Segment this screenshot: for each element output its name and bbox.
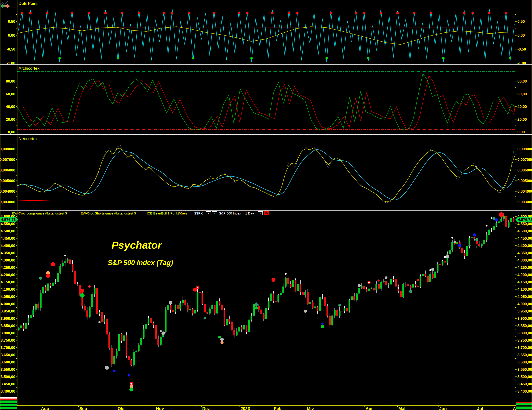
svg-text:4.000,00: 4.000,00 bbox=[517, 302, 532, 306]
candle-wicks bbox=[19, 213, 514, 368]
svg-text:-0,50: -0,50 bbox=[7, 47, 15, 51]
time-axis: AugSepOktNovDez2023FebMrzAprMaiJunJulAug bbox=[0, 406, 532, 410]
svg-text:0,005000: 0,005000 bbox=[0, 179, 15, 183]
study-label-shortsignale[interactable]: EW-Croc Shortsignale Abstandstest 3 bbox=[81, 211, 136, 215]
svg-text:2023: 2023 bbox=[241, 406, 250, 410]
svg-text:0,004000: 0,004000 bbox=[517, 189, 532, 194]
svg-text:3.950,00: 3.950,00 bbox=[517, 309, 532, 313]
svg-text:0,006000: 0,006000 bbox=[517, 168, 532, 172]
svg-text:Mai: Mai bbox=[399, 406, 406, 410]
svg-text:0,003000: 0,003000 bbox=[517, 200, 532, 204]
collapsed-subpanel-left[interactable] bbox=[0, 397, 17, 410]
svg-text:4.400,00: 4.400,00 bbox=[517, 244, 532, 248]
archi-green-series bbox=[17, 74, 515, 130]
axis-labels: 0,0080000,0080000,0070000,0070000,006000… bbox=[0, 147, 532, 204]
svg-text:3.600,00: 3.600,00 bbox=[517, 360, 532, 364]
collapsed-subpanel-red-row bbox=[0, 399, 17, 400]
chevron-down-icon: ▾ bbox=[267, 212, 268, 215]
panel-title-doe-point: DoE Point bbox=[19, 1, 38, 6]
neo-cyan-series bbox=[17, 150, 515, 200]
svg-text:20,00: 20,00 bbox=[517, 117, 527, 121]
axis-labels: 80,0080,0060,0060,0040,0040,0020,0020,00… bbox=[6, 75, 527, 134]
svg-text:4.100,00: 4.100,00 bbox=[517, 287, 532, 291]
svg-text:3.850,00: 3.850,00 bbox=[517, 324, 532, 328]
svg-text:3.550,00: 3.550,00 bbox=[517, 367, 532, 372]
panel-neocortex: 0,0080000,0080000,0070000,0070000,006000… bbox=[0, 135, 532, 210]
svg-text:3.500,00: 3.500,00 bbox=[517, 375, 532, 379]
last-price-badge-left: 4.576,73 bbox=[0, 217, 18, 222]
svg-text:0,00: 0,00 bbox=[517, 33, 525, 37]
svg-text:40,00: 40,00 bbox=[517, 105, 527, 109]
svg-text:4.200,00: 4.200,00 bbox=[517, 273, 532, 277]
trading-app-window: { "header": { "studies": ["EW-Croc Longs… bbox=[0, 0, 532, 410]
svg-text:-1,00: -1,00 bbox=[517, 61, 526, 64]
watermark-title: Psychator bbox=[112, 239, 162, 251]
svg-text:Aug: Aug bbox=[41, 406, 49, 410]
panel-title-neocortex: Neocortex bbox=[19, 136, 38, 141]
svg-text:60,00: 60,00 bbox=[517, 92, 527, 96]
panel-title-archicortex: Archicortex bbox=[19, 66, 39, 71]
neocortex-chart[interactable]: 0,0080000,0080000,0070000,0070000,006000… bbox=[0, 135, 532, 210]
svg-text:3.400,00: 3.400,00 bbox=[1, 389, 15, 393]
price-candlestick-chart[interactable]: 4.600,004.600,004.550,004.550,004.500,00… bbox=[0, 211, 532, 410]
svg-text:0,007000: 0,007000 bbox=[0, 158, 15, 162]
panel-price-chart: 4.600,004.600,004.550,004.550,004.500,00… bbox=[0, 211, 532, 410]
svg-text:0,50: 0,50 bbox=[517, 19, 525, 24]
svg-text:40,00: 40,00 bbox=[6, 105, 15, 109]
svg-text:3.550,00: 3.550,00 bbox=[1, 367, 15, 372]
symbol-label: $SPX bbox=[194, 211, 203, 215]
series-title: S&P 500 Index bbox=[219, 211, 241, 215]
svg-text:4.250,00: 4.250,00 bbox=[517, 265, 532, 270]
svg-text:Sep: Sep bbox=[79, 406, 87, 410]
svg-text:4.150,00: 4.150,00 bbox=[1, 280, 15, 284]
period-dropdown-button[interactable]: ▾ bbox=[258, 211, 263, 215]
svg-text:4.050,00: 4.050,00 bbox=[1, 295, 15, 299]
svg-text:4.200,00: 4.200,00 bbox=[1, 273, 15, 277]
svg-text:0,00: 0,00 bbox=[517, 130, 525, 134]
svg-text:Jun: Jun bbox=[439, 406, 447, 410]
zigzag-glyph bbox=[0, 1, 8, 5]
svg-text:3.750,00: 3.750,00 bbox=[517, 338, 532, 343]
svg-text:4.500,00: 4.500,00 bbox=[1, 229, 15, 233]
window-left-edge bbox=[0, 0, 0, 410]
realtime-r-button[interactable]: R▾ bbox=[264, 211, 269, 215]
collapsed-subpanel-right[interactable] bbox=[516, 401, 532, 410]
doe-point-chart[interactable]: 0,500,500,000,00-0,50-0,50-1,00-1,00 bbox=[0, 0, 532, 64]
svg-text:Dez: Dez bbox=[202, 406, 210, 410]
symbol-dropdown-button[interactable]: ▾ bbox=[206, 211, 211, 215]
svg-text:4.100,00: 4.100,00 bbox=[1, 287, 15, 291]
svg-text:Mrz: Mrz bbox=[307, 406, 314, 410]
svg-text:4.250,00: 4.250,00 bbox=[1, 265, 15, 270]
svg-text:3.750,00: 3.750,00 bbox=[1, 338, 15, 343]
svg-text:3.950,00: 3.950,00 bbox=[1, 309, 15, 313]
svg-text:4.000,00: 4.000,00 bbox=[1, 302, 15, 306]
arrow-right-glyph bbox=[5, 4, 10, 8]
study-label-ice-bearbull[interactable]: ICE Bear/Bull 1 Punkt/Kreis bbox=[147, 211, 187, 215]
svg-text:-1,00: -1,00 bbox=[7, 61, 15, 64]
panel-doe-point: 0,500,500,000,00-0,50-0,50-1,00-1,00 DoE… bbox=[0, 0, 532, 64]
svg-text:4.350,00: 4.350,00 bbox=[517, 251, 532, 255]
archicortex-chart[interactable]: 80,0080,0060,0060,0040,0040,0020,0020,00… bbox=[0, 65, 532, 134]
collapsed-subpanel-red-row bbox=[516, 402, 532, 403]
svg-text:3.650,00: 3.650,00 bbox=[1, 353, 15, 357]
svg-text:4.300,00: 4.300,00 bbox=[517, 258, 532, 262]
svg-text:Feb: Feb bbox=[274, 406, 281, 410]
interval-dropdown-button[interactable]: I▾ bbox=[212, 211, 217, 215]
svg-text:3.800,00: 3.800,00 bbox=[517, 331, 532, 335]
svg-text:20,00: 20,00 bbox=[6, 117, 15, 121]
watermark-subtitle: S&P 500 Index (Tag) bbox=[108, 259, 173, 267]
svg-text:4.550,00: 4.550,00 bbox=[1, 222, 15, 226]
svg-text:4.350,00: 4.350,00 bbox=[1, 251, 15, 255]
svg-text:3.700,00: 3.700,00 bbox=[1, 345, 15, 350]
svg-text:4.150,00: 4.150,00 bbox=[517, 280, 532, 284]
r-button-label: R bbox=[265, 212, 267, 215]
svg-text:3.450,00: 3.450,00 bbox=[517, 382, 532, 386]
svg-text:0,008000: 0,008000 bbox=[517, 147, 532, 151]
svg-text:4.450,00: 4.450,00 bbox=[517, 236, 532, 241]
scroll-arrows-icon[interactable] bbox=[0, 0, 10, 10]
svg-text:0,004000: 0,004000 bbox=[0, 189, 15, 194]
svg-text:4.450,00: 4.450,00 bbox=[1, 236, 15, 241]
svg-text:3.800,00: 3.800,00 bbox=[1, 331, 15, 335]
study-label-longsignale[interactable]: EW-Croc Longsignale Abstandstest 3 bbox=[12, 211, 67, 215]
svg-text:4.050,00: 4.050,00 bbox=[517, 295, 532, 299]
